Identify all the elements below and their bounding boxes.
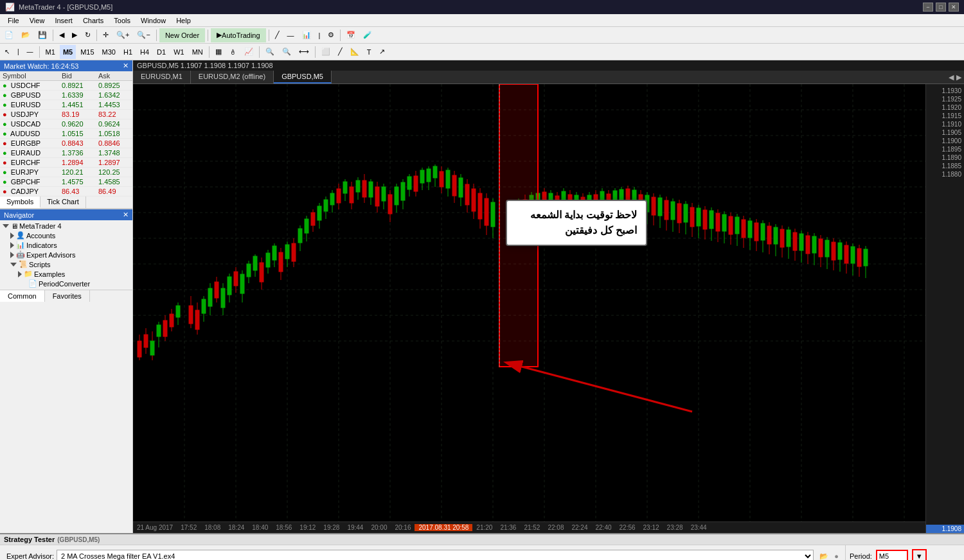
scroll-left-icon[interactable]: ◀ bbox=[949, 73, 954, 82]
tf-m30[interactable]: M30 bbox=[99, 45, 119, 59]
properties-button[interactable]: ⚙ bbox=[325, 28, 337, 42]
mw-tab-symbols[interactable]: Symbols bbox=[0, 197, 40, 208]
market-watch-row[interactable]: ● GBPCHF 1.4575 1.4585 bbox=[0, 177, 132, 187]
select-button[interactable]: ↖ bbox=[1, 45, 13, 59]
mw-tab-tick[interactable]: Tick Chart bbox=[40, 197, 86, 208]
open-button[interactable]: 📂 bbox=[18, 28, 33, 42]
nav-examples[interactable]: 📁 Examples bbox=[0, 269, 132, 279]
tf-h1[interactable]: H1 bbox=[120, 45, 136, 59]
market-watch-row[interactable]: ● AUDUSD 1.0515 1.0518 bbox=[0, 129, 132, 139]
navigator-close[interactable]: ✕ bbox=[123, 211, 129, 219]
new-chart-button[interactable]: 📄 bbox=[1, 28, 17, 42]
objects-button[interactable]: ⬜ bbox=[318, 45, 334, 59]
fibo-button[interactable]: 📐 bbox=[347, 45, 362, 59]
save-button[interactable]: 💾 bbox=[35, 28, 50, 42]
market-watch-close[interactable]: ✕ bbox=[123, 62, 129, 70]
line-tool-button[interactable]: | bbox=[14, 45, 22, 59]
chart-canvas[interactable]: لاحظ توقيت بداية الشمعه اصبح كل دفيقتين … bbox=[133, 84, 925, 533]
market-watch-row[interactable]: ● USDCAD 0.9620 0.9624 bbox=[0, 119, 132, 129]
tf-h4[interactable]: H4 bbox=[137, 45, 152, 59]
autotrading-button[interactable]: ▶ AutoTrading bbox=[211, 28, 266, 42]
menu-insert[interactable]: Insert bbox=[49, 14, 78, 26]
nav-metatrader4[interactable]: 🖥 MetaTrader 4 bbox=[0, 222, 132, 231]
close-button[interactable]: ✕ bbox=[949, 3, 959, 12]
candle bbox=[658, 198, 662, 216]
chart-tab-eurusd-m1[interactable]: EURUSD,M1 bbox=[133, 71, 191, 83]
market-watch-row[interactable]: ● EURGBP 0.8843 0.8846 bbox=[0, 139, 132, 148]
nav-expert-advisors[interactable]: 🤖 Expert Advisors bbox=[0, 250, 132, 259]
menu-charts[interactable]: Charts bbox=[78, 14, 109, 26]
scroll-right-icon[interactable]: ▶ bbox=[956, 73, 961, 82]
chart-candle-button[interactable]: 🕯 bbox=[226, 45, 240, 59]
new-order-button[interactable]: New Order bbox=[159, 28, 205, 42]
candle bbox=[266, 253, 270, 267]
chart-bar-button[interactable]: ▦ bbox=[212, 45, 225, 59]
zoom-in-tb-button[interactable]: 🔍 bbox=[262, 45, 278, 59]
crosshair-button[interactable]: ✛ bbox=[100, 28, 112, 42]
trendline-button[interactable]: ╱ bbox=[335, 45, 346, 59]
nav-indicators[interactable]: 📊 Indicators bbox=[0, 240, 132, 250]
nav-tab-favorites[interactable]: Favorites bbox=[45, 290, 90, 302]
chart-tab-gbpusd-m5[interactable]: GBPUSD,M5 bbox=[274, 71, 332, 83]
hline-tool-button[interactable]: — bbox=[24, 45, 37, 59]
symbol-name: GBPUSD bbox=[11, 91, 40, 99]
tf-m5[interactable]: M5 bbox=[60, 45, 76, 59]
period-sep-button[interactable]: | bbox=[316, 28, 324, 42]
nav-period-converter[interactable]: 📄 PeriodConverter bbox=[0, 279, 132, 288]
forward-button[interactable]: ▶ bbox=[69, 28, 80, 42]
market-watch-row[interactable]: ● USDJPY 83.19 83.22 bbox=[0, 110, 132, 119]
text-button[interactable]: T bbox=[364, 45, 375, 59]
history-center-button[interactable]: 📅 bbox=[343, 28, 359, 42]
ea-open-button[interactable]: 📂 bbox=[816, 549, 832, 560]
market-watch-row[interactable]: ● EURAUD 1.3736 1.3748 bbox=[0, 148, 132, 158]
zoom-out-tb-button[interactable]: 🔍 bbox=[279, 45, 294, 59]
market-watch-row[interactable]: ● EURCHF 1.2894 1.2897 bbox=[0, 158, 132, 168]
ea-select[interactable]: 2 MA Crosses Mega filter EA V1.ex4 bbox=[57, 550, 814, 560]
tf-w1[interactable]: W1 bbox=[170, 45, 188, 59]
chart-tab-eurusd-m2[interactable]: EURUSD,M2 (offline) bbox=[191, 71, 274, 83]
indicator-button[interactable]: 📊 bbox=[299, 28, 314, 42]
zoom-out-button[interactable]: 🔍− bbox=[134, 28, 153, 42]
nav-accounts[interactable]: 👤 Accounts bbox=[0, 231, 132, 240]
bid-cell: 0.9620 bbox=[59, 119, 96, 129]
tf-m15[interactable]: M15 bbox=[77, 45, 97, 59]
price-scale: 1.1930 1.1925 1.1920 1.1915 1.1910 1.190… bbox=[925, 84, 964, 533]
nav-scripts[interactable]: 📜 Scripts bbox=[0, 259, 132, 269]
autoscroll-button[interactable]: ⟷ bbox=[296, 45, 312, 59]
tf-mn[interactable]: MN bbox=[189, 45, 206, 59]
candle bbox=[793, 232, 797, 250]
timeframe-toolbar: ↖ | — M1 M5 M15 M30 H1 H4 D1 W1 MN ▦ 🕯 📈… bbox=[0, 44, 964, 60]
zoom-in-button[interactable]: 🔍+ bbox=[113, 28, 132, 42]
tester-button[interactable]: 🧪 bbox=[360, 28, 375, 42]
menu-view[interactable]: View bbox=[24, 14, 50, 26]
period-dropdown-button[interactable]: ▼ bbox=[912, 549, 927, 560]
minimize-button[interactable]: − bbox=[923, 3, 933, 12]
candle bbox=[176, 306, 180, 317]
back-button[interactable]: ◀ bbox=[56, 28, 67, 42]
refresh-button[interactable]: ↻ bbox=[82, 28, 94, 42]
nav-scripts-label: Scripts bbox=[29, 261, 51, 268]
cursor-button[interactable]: ↗ bbox=[376, 45, 388, 59]
tf-d1[interactable]: D1 bbox=[154, 45, 169, 59]
line-button[interactable]: ╱ bbox=[272, 28, 283, 42]
menu-window[interactable]: Window bbox=[136, 14, 171, 26]
indicators-icon: 📊 bbox=[16, 241, 25, 249]
maximize-button[interactable]: □ bbox=[936, 3, 946, 12]
tf-m1[interactable]: M1 bbox=[42, 45, 58, 59]
menu-help[interactable]: Help bbox=[171, 14, 196, 26]
market-watch-row[interactable]: ● CADJPY 86.43 86.49 bbox=[0, 187, 132, 197]
market-watch-row[interactable]: ● GBPUSD 1.6339 1.6342 bbox=[0, 91, 132, 100]
market-watch-row[interactable]: ● EURJPY 120.21 120.25 bbox=[0, 168, 132, 177]
menu-file[interactable]: File bbox=[3, 14, 24, 26]
chart-line-button[interactable]: 📈 bbox=[241, 45, 256, 59]
candle bbox=[478, 193, 482, 219]
menu-tools[interactable]: Tools bbox=[109, 14, 136, 26]
market-watch-row[interactable]: ● EURUSD 1.4451 1.4453 bbox=[0, 100, 132, 110]
market-watch-row[interactable]: ● USDCHF 0.8921 0.8925 bbox=[0, 81, 132, 91]
hline-button[interactable]: — bbox=[284, 28, 298, 42]
period-input[interactable] bbox=[876, 550, 908, 560]
nav-tab-common[interactable]: Common bbox=[0, 290, 45, 302]
tester-header: Strategy Tester (GBPUSD,M5) bbox=[0, 534, 964, 545]
bid-cell: 1.0515 bbox=[59, 129, 96, 139]
candle bbox=[665, 200, 668, 220]
